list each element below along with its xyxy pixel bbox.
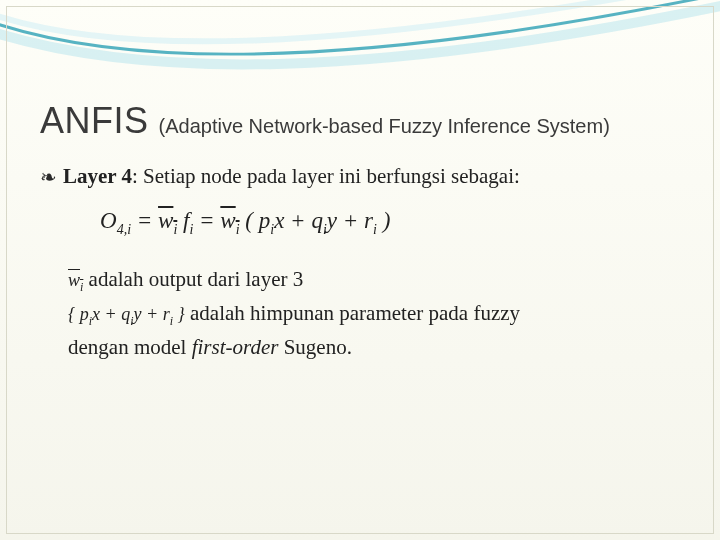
slide: ANFIS (Adaptive Network-based Fuzzy Infe… [0,0,720,540]
math-param-set: { pix + qiy + ri } [68,304,185,324]
formula-expression: O4,i = wi fi = wi ( pix + qiy + ri ) [100,208,390,233]
bullet-layer4: ❧ Layer 4: Setiap node pada layer ini be… [40,164,680,190]
decorative-swoosh [0,0,720,90]
layer-desc: : Setiap node pada layer ini berfungsi s… [132,164,520,188]
desc-line-3: dengan model first-order Sugeno. [68,332,680,362]
desc-set-text: adalah himpunan parameter pada fuzzy [185,301,520,325]
bullet-icon: ❧ [40,164,57,190]
math-wi-bar: wi [68,270,83,290]
title-main: ANFIS [40,100,149,142]
bullet-text: Layer 4: Setiap node pada layer ini berf… [63,164,520,189]
content-area: ANFIS (Adaptive Network-based Fuzzy Infe… [40,100,680,364]
desc-line-1: wi adalah output dari layer 3 [68,264,680,296]
desc-wi-text: adalah output dari layer 3 [83,267,303,291]
layer-label: Layer 4 [63,164,132,188]
first-order-italic: first-order [192,335,279,359]
desc-line-2: { pix + qiy + ri } adalah himpunan param… [68,298,680,330]
description-block: wi adalah output dari layer 3 { pix + qi… [68,264,680,362]
slide-title: ANFIS (Adaptive Network-based Fuzzy Infe… [40,100,680,142]
title-subtitle: (Adaptive Network-based Fuzzy Inference … [159,115,610,138]
formula-main: O4,i = wi fi = wi ( pix + qiy + ri ) [100,208,680,238]
